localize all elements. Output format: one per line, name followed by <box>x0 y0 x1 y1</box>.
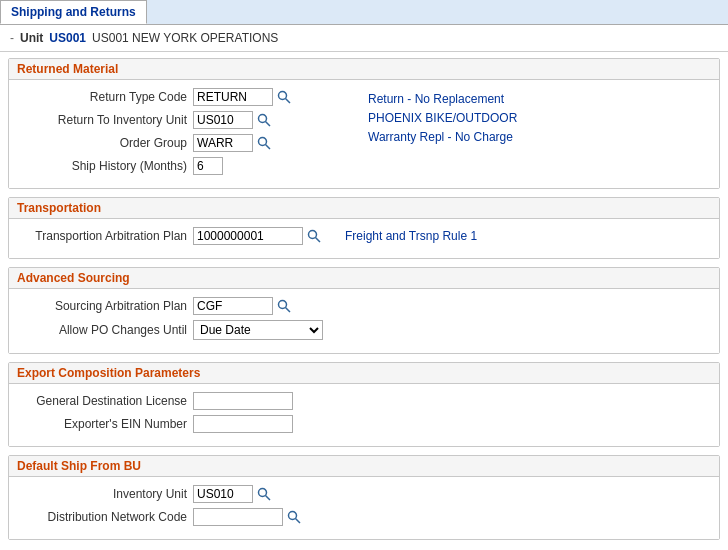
section-transportation-body: Transportion Arbitration Plan Freight an… <box>9 219 719 258</box>
section-export-composition: Export Composition Parameters General De… <box>8 362 720 447</box>
svg-point-12 <box>289 512 297 520</box>
distribution-network-label: Distribution Network Code <box>13 510 193 524</box>
tab-bar: Shipping and Returns <box>0 0 728 25</box>
unit-bar: - Unit US001 US001 NEW YORK OPERATIONS <box>0 25 728 52</box>
transportation-plan-lookup-icon[interactable] <box>306 228 322 244</box>
return-inventory-unit-row: Return To Inventory Unit <box>13 111 364 129</box>
svg-line-5 <box>266 145 271 150</box>
svg-point-10 <box>259 489 267 497</box>
section-export-composition-header: Export Composition Parameters <box>9 363 719 384</box>
section-returned-material-header: Returned Material <box>9 59 719 80</box>
section-advanced-sourcing-header: Advanced Sourcing <box>9 268 719 289</box>
default-inventory-unit-field <box>193 485 272 503</box>
unit-dash: - <box>10 31 14 45</box>
svg-line-1 <box>286 99 291 104</box>
gen-dest-label: General Destination License <box>13 394 193 408</box>
order-group-side-text: Warranty Repl - No Charge <box>364 130 715 144</box>
ship-history-label: Ship History (Months) <box>13 159 193 173</box>
section-returned-material-body: Return Type Code <box>9 80 719 188</box>
section-returned-material: Returned Material Return Type Code <box>8 58 720 189</box>
exporter-ein-label: Exporter's EIN Number <box>13 417 193 431</box>
distribution-network-lookup-icon[interactable] <box>286 509 302 525</box>
transportation-plan-row: Transportion Arbitration Plan Freight an… <box>13 227 715 245</box>
allow-po-row: Allow PO Changes Until Due Date Order Da… <box>13 320 715 340</box>
svg-point-8 <box>279 301 287 309</box>
sourcing-plan-lookup-icon[interactable] <box>276 298 292 314</box>
distribution-network-field <box>193 508 302 526</box>
order-group-row: Order Group <box>13 134 364 152</box>
svg-line-13 <box>296 519 301 524</box>
return-type-code-row: Return Type Code <box>13 88 364 106</box>
svg-point-0 <box>279 92 287 100</box>
allow-po-field: Due Date Order Date Ship Date <box>193 320 323 340</box>
return-inventory-unit-input[interactable] <box>193 111 253 129</box>
sourcing-plan-input[interactable] <box>193 297 273 315</box>
svg-point-2 <box>259 115 267 123</box>
return-type-code-lookup-icon[interactable] <box>276 89 292 105</box>
sourcing-plan-label: Sourcing Arbitration Plan <box>13 299 193 313</box>
order-group-field <box>193 134 272 152</box>
return-type-code-field <box>193 88 292 106</box>
return-inventory-side-text: PHOENIX BIKE/OUTDOOR <box>364 111 715 125</box>
transportation-plan-field: Freight and Trsnp Rule 1 <box>193 227 477 245</box>
default-inventory-unit-row: Inventory Unit <box>13 485 715 503</box>
default-inventory-unit-input[interactable] <box>193 485 253 503</box>
allow-po-select[interactable]: Due Date Order Date Ship Date <box>193 320 323 340</box>
svg-line-9 <box>286 308 291 313</box>
transportation-plan-side: Freight and Trsnp Rule 1 <box>345 229 477 243</box>
order-group-input[interactable] <box>193 134 253 152</box>
section-default-ship-header: Default Ship From BU <box>9 456 719 477</box>
returned-material-right: Return - No Replacement PHOENIX BIKE/OUT… <box>364 88 715 149</box>
default-inventory-unit-lookup-icon[interactable] <box>256 486 272 502</box>
default-inventory-unit-label: Inventory Unit <box>13 487 193 501</box>
svg-line-11 <box>266 496 271 501</box>
return-type-code-input[interactable] <box>193 88 273 106</box>
gen-dest-field <box>193 392 293 410</box>
return-type-side-text: Return - No Replacement <box>364 90 715 106</box>
distribution-network-row: Distribution Network Code <box>13 508 715 526</box>
sourcing-plan-row: Sourcing Arbitration Plan <box>13 297 715 315</box>
transportation-plan-label: Transportion Arbitration Plan <box>13 229 193 243</box>
unit-description: US001 NEW YORK OPERATIONS <box>92 31 278 45</box>
exporter-ein-field <box>193 415 293 433</box>
svg-point-6 <box>309 231 317 239</box>
gen-dest-row: General Destination License <box>13 392 715 410</box>
transportation-plan-input[interactable] <box>193 227 303 245</box>
svg-line-3 <box>266 122 271 127</box>
return-inventory-unit-label: Return To Inventory Unit <box>13 113 193 127</box>
allow-po-label: Allow PO Changes Until <box>13 323 193 337</box>
section-default-ship: Default Ship From BU Inventory Unit D <box>8 455 720 540</box>
section-export-composition-body: General Destination License Exporter's E… <box>9 384 719 446</box>
exporter-ein-input[interactable] <box>193 415 293 433</box>
ship-history-row: Ship History (Months) <box>13 157 364 175</box>
section-transportation: Transportation Transportion Arbitration … <box>8 197 720 259</box>
gen-dest-input[interactable] <box>193 392 293 410</box>
svg-point-4 <box>259 138 267 146</box>
exporter-ein-row: Exporter's EIN Number <box>13 415 715 433</box>
section-transportation-header: Transportation <box>9 198 719 219</box>
section-advanced-sourcing: Advanced Sourcing Sourcing Arbitration P… <box>8 267 720 354</box>
section-default-ship-body: Inventory Unit Distribution Network Code <box>9 477 719 539</box>
main-content: Returned Material Return Type Code <box>0 52 728 550</box>
return-type-code-label: Return Type Code <box>13 90 193 104</box>
returned-material-form: Return Type Code <box>13 88 715 180</box>
ship-history-input[interactable] <box>193 157 223 175</box>
return-inventory-unit-lookup-icon[interactable] <box>256 112 272 128</box>
section-advanced-sourcing-body: Sourcing Arbitration Plan Allow PO Chang… <box>9 289 719 353</box>
sourcing-plan-field <box>193 297 292 315</box>
svg-line-7 <box>316 238 321 243</box>
return-inventory-unit-field <box>193 111 272 129</box>
order-group-label: Order Group <box>13 136 193 150</box>
order-group-lookup-icon[interactable] <box>256 135 272 151</box>
unit-code: US001 <box>49 31 86 45</box>
ship-history-field <box>193 157 223 175</box>
tab-shipping-returns[interactable]: Shipping and Returns <box>0 0 147 24</box>
returned-material-left: Return Type Code <box>13 88 364 180</box>
unit-label: Unit <box>20 31 43 45</box>
distribution-network-input[interactable] <box>193 508 283 526</box>
